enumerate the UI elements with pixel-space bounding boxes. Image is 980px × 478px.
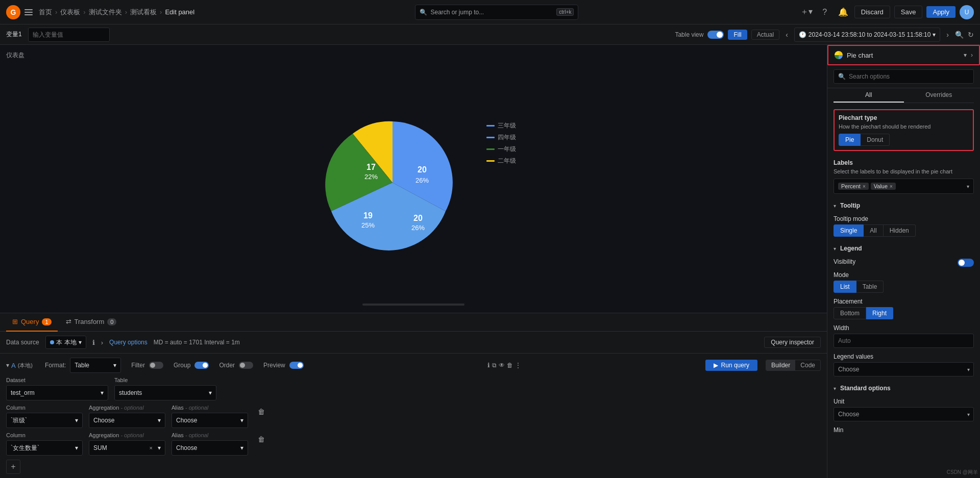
clear-agg-button[interactable]: × <box>150 445 153 451</box>
apply-button[interactable]: Apply <box>926 6 955 18</box>
labels-multiselect[interactable]: Percent × Value × ▾ <box>834 179 974 194</box>
add-button[interactable]: ＋▾ <box>799 5 814 19</box>
group-toggle[interactable] <box>194 362 209 369</box>
caret-icon: ▾ <box>834 203 836 209</box>
hidden-button[interactable]: Hidden <box>884 224 916 237</box>
query-options-link[interactable]: Query options <box>109 339 148 346</box>
donut-button[interactable]: Donut <box>861 134 890 146</box>
agg1-value: Choose <box>93 417 114 424</box>
refresh-icon[interactable]: ↻ <box>968 31 974 39</box>
delete-column2-button[interactable]: 🗑 <box>254 432 268 446</box>
preview-toggle[interactable] <box>289 362 304 369</box>
collapse-icon[interactable]: ▾ <box>6 362 9 369</box>
clock-icon: 🕐 <box>799 31 806 38</box>
tab-all[interactable]: All <box>834 88 904 103</box>
dataset-select[interactable]: test_orm ▾ <box>6 385 108 400</box>
breadcrumb-home[interactable]: 首页 <box>39 8 52 17</box>
tooltip-section: ▾ Tooltip Tooltip mode Single All Hidden <box>834 202 974 237</box>
options-more-icon[interactable]: › <box>971 52 973 59</box>
actual-button[interactable]: Actual <box>751 30 779 40</box>
alias2-select[interactable]: Choose ▾ <box>172 440 248 456</box>
variable-input[interactable] <box>28 28 110 42</box>
delete-column1-button[interactable]: 🗑 <box>254 405 268 419</box>
chevron-icon: ▾ <box>101 389 104 396</box>
add-column-button[interactable]: + <box>6 460 20 474</box>
chart-area: 20 26% 17 22% 19 25% 20 26% <box>6 64 821 303</box>
table-view-toggle[interactable] <box>707 31 724 39</box>
all-button[interactable]: All <box>864 224 883 237</box>
builder-button[interactable]: Builder <box>766 360 795 370</box>
piechart-type-header: Piechart type <box>839 114 969 121</box>
single-button[interactable]: Single <box>834 224 864 237</box>
run-query-button[interactable]: ▶ Run query <box>705 360 757 371</box>
column1-select[interactable]: `班级` ▾ <box>6 413 83 428</box>
format-row: Format: Table ▾ <box>45 358 121 373</box>
column2-select[interactable]: `女生数量` ▾ <box>6 440 83 456</box>
multiselect-arrow: ▾ <box>967 184 969 189</box>
list-button[interactable]: List <box>834 281 856 293</box>
bottom-button[interactable]: Bottom <box>834 307 866 319</box>
save-button[interactable]: Save <box>894 6 923 18</box>
options-expand-icon[interactable]: ▾ <box>964 52 967 59</box>
more-icon[interactable]: ⋮ <box>515 362 521 369</box>
alias1-select[interactable]: Choose ▾ <box>172 413 248 428</box>
notifications-icon[interactable]: 🔔 <box>836 5 850 19</box>
breadcrumb-dashboard[interactable]: 测试看板 <box>130 8 157 17</box>
help-icon[interactable]: ? <box>818 5 832 19</box>
info-icon[interactable]: ℹ <box>487 362 490 369</box>
delete-icon[interactable]: 🗑 <box>507 362 513 369</box>
agg1-select[interactable]: Choose ▾ <box>89 413 165 428</box>
watermark: CSDN @网羊 <box>947 469 978 476</box>
tooltip-divider[interactable]: ▾ Tooltip <box>834 202 974 209</box>
format-select[interactable]: Table ▾ <box>70 358 121 373</box>
standard-options-divider[interactable]: ▾ Standard options <box>834 385 974 392</box>
legend-values-select[interactable]: Choose <box>834 362 974 376</box>
pie-button[interactable]: Pie <box>839 134 861 146</box>
time-prev-button[interactable]: ‹ <box>783 30 790 40</box>
transform-tab-icon: ⇄ <box>66 318 71 325</box>
percent-tag-remove[interactable]: × <box>863 184 866 189</box>
width-row: Width <box>834 324 974 348</box>
query-inspector-button[interactable]: Query inspector <box>764 337 821 348</box>
caret-icon: ▾ <box>834 386 836 391</box>
time-range-picker[interactable]: 🕐 2024-03-14 23:58:10 to 2024-03-15 11:5… <box>794 28 941 42</box>
table-button[interactable]: Table <box>856 281 884 293</box>
eye-icon[interactable]: 👁 <box>499 362 505 369</box>
legend-divider[interactable]: ▾ Legend <box>834 245 974 252</box>
horizontal-scrollbar[interactable] <box>362 304 464 306</box>
search-input-wrap[interactable]: 🔍 <box>834 69 974 84</box>
agg2-select[interactable]: SUM × ▾ <box>89 440 165 456</box>
width-input[interactable] <box>834 334 974 348</box>
value-tag-remove[interactable]: × <box>890 184 893 189</box>
right-button[interactable]: Right <box>866 307 893 319</box>
tooltip-mode-label: Tooltip mode <box>834 215 974 222</box>
hamburger-menu[interactable] <box>24 7 35 17</box>
tab-overrides[interactable]: Overrides <box>904 88 974 103</box>
percent-tag: Percent × <box>838 183 869 190</box>
data-source-select[interactable]: 本 本地 ▾ <box>45 336 86 349</box>
time-next-button[interactable]: › <box>944 30 951 40</box>
user-avatar[interactable]: U <box>960 5 974 19</box>
discard-button[interactable]: Discard <box>854 6 890 18</box>
dataset-group: Dataset test_orm ▾ <box>6 377 108 400</box>
datasource-value: 本 <box>56 338 62 347</box>
tab-query[interactable]: ⊞ Query 1 <box>6 313 58 332</box>
breadcrumb-dashboards[interactable]: 仪表板 <box>60 8 80 17</box>
svg-text:17: 17 <box>366 163 376 171</box>
fill-button[interactable]: Fill <box>728 30 747 40</box>
order-label: Order <box>219 362 235 369</box>
legend-section: ▾ Legend Visibility Mode List Table Plac… <box>834 245 974 376</box>
filter-toggle[interactable] <box>149 362 163 369</box>
table-select[interactable]: students ▾ <box>114 385 216 400</box>
code-button[interactable]: Code <box>795 360 820 370</box>
tab-transform[interactable]: ⇄ Transform 0 <box>60 313 123 332</box>
visibility-toggle[interactable] <box>958 259 974 267</box>
options-search-input[interactable] <box>849 73 969 80</box>
unit-select[interactable]: Choose <box>834 407 974 421</box>
preview-row: Preview <box>263 362 304 369</box>
global-search[interactable]: 🔍 Search or jump to... ctrl+k <box>415 5 578 20</box>
breadcrumb-folder[interactable]: 测试文件夹 <box>89 8 122 17</box>
zoom-out-icon[interactable]: 🔍 <box>955 31 964 39</box>
order-toggle[interactable] <box>239 362 253 369</box>
copy-icon[interactable]: ⧉ <box>492 362 497 369</box>
